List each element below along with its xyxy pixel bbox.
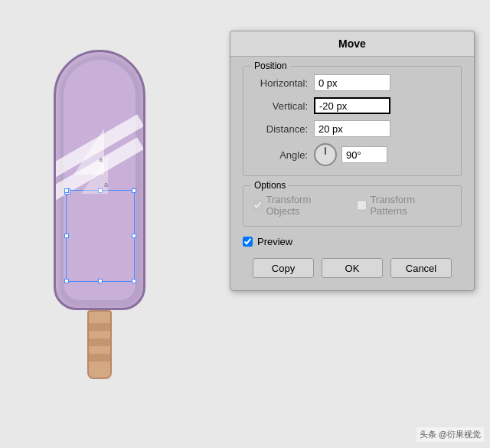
preview-label: Preview [257, 236, 292, 247]
angle-input[interactable] [341, 146, 387, 163]
preview-row: Preview [243, 236, 462, 247]
distance-label: Distance: [253, 123, 314, 135]
vertical-input[interactable] [314, 97, 390, 114]
options-section-label: Options [251, 180, 289, 191]
mark-a2: a [104, 181, 108, 188]
position-section-label: Position [251, 60, 290, 71]
main-container: a a Move Position Horizontal: [0, 0, 490, 448]
handle-br [132, 279, 136, 283]
popsicle-illustration: a a [23, 15, 176, 414]
position-section: Position Horizontal: Vertical: Distance:… [243, 66, 462, 176]
triangle-area: a a [62, 113, 129, 213]
handle-tr [132, 188, 136, 193]
transform-objects-label: Transform Objects [266, 194, 344, 217]
horizontal-label: Horizontal: [253, 77, 314, 89]
cancel-button[interactable]: Cancel [390, 258, 452, 278]
handle-rm [132, 234, 136, 238]
move-dialog: Move Position Horizontal: Vertical: Dist… [230, 31, 475, 291]
vertical-row: Vertical: [253, 97, 452, 114]
watermark: 头条 @衍果视觉 [416, 427, 484, 442]
options-checkboxes: Transform Objects Transform Patterns [253, 194, 452, 217]
popsicle: a a [54, 50, 145, 379]
button-row: Copy OK Cancel [243, 258, 462, 278]
transform-patterns-label: Transform Patterns [370, 194, 452, 217]
dialog-title: Move [230, 31, 474, 57]
transform-objects-item: Transform Objects [253, 194, 345, 217]
stick-stripe-2 [89, 338, 110, 346]
handle-lm [64, 234, 69, 238]
angle-dial[interactable] [314, 143, 337, 166]
distance-input[interactable] [314, 120, 390, 137]
transform-patterns-item: Transform Patterns [357, 194, 452, 217]
horizontal-input[interactable] [314, 74, 390, 91]
angle-row: Angle: [253, 143, 452, 166]
stick-stripe-3 [89, 354, 110, 361]
stick-wrapper [87, 310, 112, 379]
distance-row: Distance: [253, 120, 452, 137]
vertical-label: Vertical: [253, 100, 314, 112]
stick-stripe-1 [89, 323, 110, 331]
handle-tl [64, 188, 69, 193]
dialog-content: Position Horizontal: Vertical: Distance:… [230, 57, 474, 290]
angle-label: Angle: [253, 149, 314, 161]
preview-checkbox[interactable] [243, 237, 253, 247]
transform-patterns-checkbox[interactable] [357, 200, 367, 211]
transform-objects-checkbox[interactable] [253, 200, 263, 211]
copy-button[interactable]: Copy [253, 258, 314, 278]
angle-control [314, 143, 387, 166]
selection-box [66, 190, 135, 282]
handle-bl [64, 279, 69, 283]
mark-a1: a [99, 155, 103, 163]
popsicle-body: a a [54, 50, 145, 310]
options-section: Options Transform Objects Transform Patt… [243, 185, 462, 227]
popsicle-stick [87, 310, 112, 379]
ok-button[interactable]: OK [322, 258, 383, 278]
horizontal-row: Horizontal: [253, 74, 452, 91]
handle-bm [98, 279, 103, 283]
